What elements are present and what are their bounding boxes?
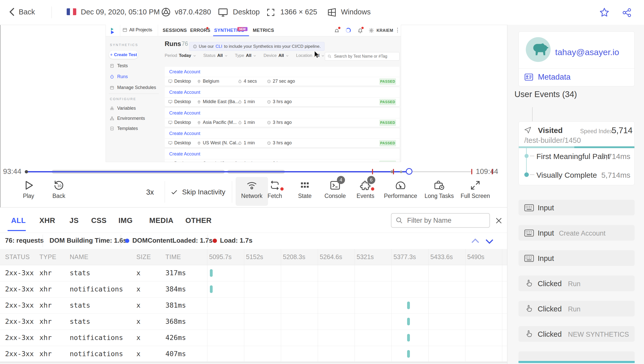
info-text: to include your Synthetics into your CI/… — [224, 44, 321, 49]
time-tick: 5095.7s — [209, 253, 232, 261]
run-name-link[interactable]: Create Account — [169, 131, 200, 136]
event-card-input[interactable]: Input — [518, 200, 635, 215]
performance-panel-button[interactable]: Performance — [379, 179, 422, 199]
table-row[interactable]: 2xx-3xxxhrnotificationsx426ms — [0, 330, 507, 346]
visually-complete-label: Visually Complete — [536, 171, 597, 179]
sidebar-item-environments[interactable]: Environments — [110, 116, 145, 121]
sidebar-item-tests[interactable]: Tests — [110, 63, 128, 69]
active-tab-underline — [8, 230, 26, 231]
test-search-box[interactable] — [325, 52, 400, 61]
share-icon[interactable] — [622, 8, 632, 18]
col-size[interactable]: SIZE — [136, 253, 151, 261]
mouse-cursor-icon — [313, 51, 320, 59]
event-card-clicked[interactable]: ClickedNEW SYNTHETICS — [518, 326, 635, 342]
cli-link[interactable]: CLI — [216, 44, 222, 49]
run-name-link[interactable]: Create Account — [169, 151, 200, 157]
col-time[interactable]: TIME — [165, 253, 181, 261]
sidebar-item-templates[interactable]: Templates — [110, 126, 138, 131]
gear-icon[interactable] — [368, 28, 374, 33]
search-icon — [328, 54, 332, 58]
project-selector[interactable]: All Projects — [122, 27, 152, 33]
test-search-input[interactable] — [334, 54, 395, 59]
create-test-button[interactable]: + Create Test — [109, 51, 138, 59]
duration-icon — [238, 121, 242, 125]
event-card-clicked[interactable]: ClickedRun — [518, 301, 635, 316]
speed-index-label: Speed Index — [580, 128, 613, 135]
run-name-link[interactable]: Create Account — [169, 69, 200, 75]
fmp-value: 5,714ms — [601, 152, 630, 161]
filter-period[interactable]: PeriodToday — [165, 53, 196, 58]
run-card[interactable]: Create Account Desktop Belgium 4 secs 27… — [165, 67, 400, 86]
error-marker[interactable] — [393, 169, 394, 174]
session-replay-page: Back Dec 09, 2020, 05:10 PM v87.0.4280 D… — [0, 0, 644, 364]
location-pin-icon — [197, 79, 201, 83]
run-card[interactable]: Create Account Desktop Asia Pacific (M..… — [165, 108, 400, 127]
name-filter-box[interactable] — [391, 213, 490, 228]
divider — [43, 235, 43, 247]
run-name-link[interactable]: Create Account — [169, 110, 200, 116]
filter-type[interactable]: TypeAll — [235, 53, 257, 58]
app-user-menu[interactable]: KRAIEM — [377, 28, 393, 33]
timeline-remaining[interactable] — [409, 171, 472, 172]
visited-event-card[interactable]: Visited Speed Index 5,714 /test-builder/… — [518, 121, 635, 185]
duration-icon — [238, 141, 242, 145]
tab-css[interactable]: CSS — [91, 216, 107, 225]
timeline-progress[interactable] — [26, 171, 409, 172]
col-status[interactable]: STATUS — [5, 253, 30, 261]
skip-inactivity-toggle[interactable]: Skip Inactivity — [170, 188, 225, 196]
sidebar-item-variables[interactable]: Variables — [110, 106, 136, 111]
run-card[interactable]: Create Account Desktop Canada (Central) … — [165, 149, 400, 162]
time-tick: 5264.6s — [320, 253, 342, 261]
file-code-icon — [110, 126, 114, 131]
table-row[interactable]: 2xx-3xxxhrnotificationsx407ms — [0, 346, 507, 362]
tab-xhr[interactable]: XHR — [39, 216, 55, 225]
table-row[interactable]: 2xx-3xxxhrstatsx317ms — [0, 265, 507, 281]
tab-img[interactable]: IMG — [118, 216, 133, 225]
speed-toggle[interactable]: 3x — [146, 188, 154, 196]
table-row[interactable]: 2xx-3xxxhrstatsx368ms — [0, 313, 507, 330]
run-card[interactable]: Create Account Desktop US West (N. Cal..… — [165, 128, 400, 147]
back-button[interactable]: Back — [9, 8, 35, 16]
name-filter-input[interactable] — [407, 216, 483, 225]
briefcase-clock-icon — [433, 179, 445, 191]
event-card-input[interactable]: InputCreate Account — [518, 225, 635, 241]
col-name[interactable]: NAME — [70, 253, 88, 261]
user-email-link[interactable]: tahay@asayer.io — [555, 47, 619, 57]
tab-js[interactable]: JS — [69, 216, 79, 225]
create-test-label: Create Test — [114, 52, 137, 57]
browser-version: v87.0.4280 — [175, 8, 211, 16]
event-card-input[interactable]: Input — [518, 250, 635, 266]
error-marker[interactable] — [372, 169, 373, 174]
tab-all[interactable]: ALL — [11, 216, 26, 225]
col-type[interactable]: TYPE — [39, 253, 56, 261]
playhead-handle[interactable] — [406, 168, 412, 175]
run-name-link[interactable]: Create Account — [169, 90, 200, 95]
metadata-button[interactable]: Metadata — [524, 73, 571, 82]
tab-other[interactable]: OTHER — [185, 216, 212, 225]
duration-icon — [238, 79, 242, 83]
error-marker[interactable] — [471, 169, 472, 174]
sidebar-item-manage-schedules[interactable]: Manage Schedules — [110, 85, 156, 90]
event-card-clicked[interactable]: ClickedRun — [518, 276, 635, 291]
app-tab-sessions[interactable]: SESSIONS — [163, 28, 187, 33]
runs-filters: PeriodToday StatusAll TypeAll DeviceAll … — [165, 53, 325, 58]
full-screen-button[interactable]: Full Screen — [454, 179, 497, 199]
filter-status[interactable]: StatusAll — [203, 53, 228, 58]
app-tab-metrics[interactable]: METRICS — [253, 28, 274, 33]
error-marker[interactable] — [492, 169, 493, 174]
resolution-label: 1366 × 625 — [280, 8, 317, 16]
favorite-star-icon[interactable] — [599, 7, 610, 18]
tab-media[interactable]: MEDIA — [149, 216, 174, 225]
close-panel-icon[interactable] — [494, 216, 503, 225]
chrome-browser-icon — [161, 7, 171, 17]
filter-device[interactable]: DeviceAll — [263, 53, 289, 58]
run-card[interactable]: Create Account Desktop Middle East (Ba..… — [165, 87, 400, 106]
back-10s-button[interactable]: 10 Back — [37, 179, 80, 199]
table-row[interactable]: 2xx-3xxxhrstatsx381ms — [0, 297, 507, 314]
event-dot[interactable] — [400, 171, 402, 173]
chevron-down-icon[interactable] — [484, 238, 494, 245]
sidebar-item-runs[interactable]: Runs — [110, 74, 128, 79]
table-row[interactable]: 2xx-3xxxhrnotificationsx384ms — [0, 281, 507, 298]
kebab-menu-icon[interactable]: ⋮ — [395, 27, 400, 33]
chevron-up-icon[interactable] — [470, 237, 480, 245]
